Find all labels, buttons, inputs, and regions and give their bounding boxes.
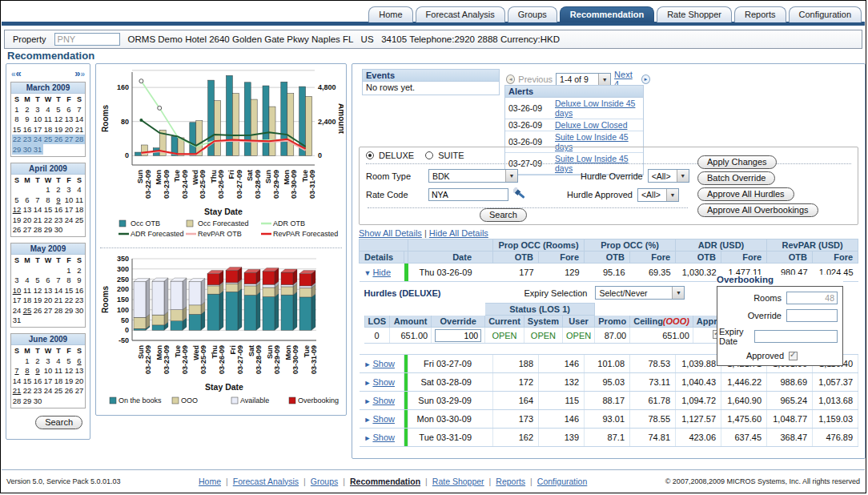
day-cell[interactable]: 16	[74, 285, 85, 296]
day-cell[interactable]: 7	[12, 366, 22, 376]
toggle-details-link[interactable]: Hide	[372, 268, 391, 277]
day-cell[interactable]: 31	[33, 144, 43, 155]
alerts-range-select[interactable]: 1-4 of 9 ▼	[556, 73, 611, 87]
expand-icon[interactable]: ►	[364, 360, 372, 368]
footer-link-rate-shopper[interactable]: Rate Shopper	[432, 477, 484, 486]
day-cell[interactable]: 15	[22, 376, 33, 386]
footer-link-configuration[interactable]: Configuration	[537, 477, 587, 486]
day-cell[interactable]: 24	[12, 305, 22, 316]
day-cell[interactable]: 26	[64, 386, 74, 396]
day-cell[interactable]: 15	[43, 205, 54, 215]
day-cell[interactable]: 2	[33, 356, 43, 366]
day-cell[interactable]: 24	[33, 135, 43, 145]
day-cell[interactable]: 5	[12, 195, 22, 205]
day-cell[interactable]: 18	[74, 205, 85, 215]
overbooking-rooms-input[interactable]	[786, 292, 838, 304]
expand-icon[interactable]: ►	[364, 379, 372, 387]
day-cell[interactable]: 27	[43, 305, 54, 316]
day-cell[interactable]: 16	[33, 376, 43, 386]
day-cell[interactable]: 12	[33, 285, 43, 296]
day-cell[interactable]: 10	[64, 195, 74, 205]
day-cell[interactable]: 14	[74, 115, 85, 125]
day-cell[interactable]: 21	[12, 386, 22, 396]
day-cell[interactable]: 17	[12, 296, 22, 306]
day-cell[interactable]: 10	[33, 115, 43, 125]
toggle-details-link[interactable]: Show	[372, 414, 395, 424]
day-cell[interactable]: 9	[74, 276, 85, 286]
day-cell[interactable]: 19	[33, 296, 43, 306]
day-cell[interactable]: 25	[22, 305, 33, 316]
day-cell[interactable]: 18	[43, 124, 54, 135]
day-cell[interactable]: 23	[54, 215, 64, 225]
day-cell[interactable]: 7	[74, 104, 85, 115]
day-cell[interactable]: 26	[33, 305, 43, 316]
day-cell[interactable]: 4	[22, 276, 33, 286]
day-cell[interactable]: 18	[22, 296, 33, 306]
next-icon[interactable]: ►	[641, 74, 650, 84]
day-cell[interactable]: 19	[64, 376, 74, 386]
tab-forecast-analysis[interactable]: Forecast Analysis	[416, 6, 505, 22]
day-cell[interactable]: 2	[22, 104, 33, 115]
day-cell[interactable]: 5	[33, 276, 43, 286]
room-class-option-suite[interactable]: SUITE	[425, 151, 464, 160]
day-cell[interactable]: 27	[64, 135, 74, 145]
day-cell[interactable]: 22	[12, 135, 22, 145]
day-cell[interactable]: 28	[12, 396, 22, 406]
day-cell[interactable]: 11	[54, 366, 64, 376]
day-cell[interactable]: 23	[33, 386, 43, 396]
day-cell[interactable]: 28	[74, 135, 85, 145]
day-cell[interactable]: 15	[64, 285, 74, 296]
day-cell[interactable]: 13	[64, 115, 74, 125]
tab-configuration[interactable]: Configuration	[789, 6, 862, 22]
day-cell[interactable]: 29	[22, 396, 33, 406]
day-cell[interactable]: 26	[12, 225, 22, 235]
day-cell[interactable]: 13	[43, 285, 54, 296]
day-cell[interactable]: 25	[43, 135, 54, 145]
day-cell[interactable]: 1	[22, 356, 33, 366]
day-cell[interactable]: 7	[33, 195, 43, 205]
footer-link-forecast-analysis[interactable]: Forecast Analysis	[233, 477, 299, 486]
expand-icon[interactable]: ►	[364, 416, 372, 424]
day-cell[interactable]: 30	[33, 396, 43, 406]
alert-link[interactable]: Deluxe Low Closed	[555, 120, 627, 130]
tab-groups[interactable]: Groups	[508, 6, 557, 22]
day-cell[interactable]: 20	[43, 296, 54, 306]
day-cell[interactable]: 11	[74, 195, 85, 205]
day-cell[interactable]: 24	[43, 386, 54, 396]
overbooking-approved-checkbox[interactable]	[789, 352, 798, 360]
day-cell[interactable]: 2	[74, 265, 85, 276]
day-cell[interactable]: 30	[22, 144, 33, 155]
day-cell[interactable]: 3	[43, 356, 54, 366]
footer-link-groups[interactable]: Groups	[311, 477, 338, 486]
day-cell[interactable]: 20	[64, 124, 74, 135]
day-cell[interactable]: 26	[54, 135, 64, 145]
day-cell[interactable]: 3	[33, 104, 43, 115]
day-cell[interactable]: 19	[12, 215, 22, 225]
toggle-details-link[interactable]: Show	[372, 377, 395, 387]
day-cell[interactable]: 29	[12, 144, 22, 155]
day-cell[interactable]: 5	[64, 356, 74, 366]
hurdle-override-select[interactable]: <All> ▼	[648, 169, 689, 183]
hurdle-override-input[interactable]	[435, 329, 481, 342]
recommendation-search-button[interactable]: Search	[480, 208, 527, 222]
day-cell[interactable]: 22	[22, 386, 33, 396]
alert-link[interactable]: Deluxe Low Inside 45 days	[555, 99, 635, 118]
day-cell[interactable]: 23	[22, 135, 33, 145]
room-class-option-deluxe[interactable]: DELUXE	[366, 151, 414, 160]
apply-changes-button[interactable]: Apply Changes	[697, 155, 777, 169]
day-cell[interactable]: 15	[12, 124, 22, 135]
flashlight-icon[interactable]	[513, 187, 528, 202]
overbooking-expiry-input[interactable]	[754, 330, 838, 343]
day-cell[interactable]: 24	[64, 215, 74, 225]
day-cell[interactable]: 14	[33, 205, 43, 215]
day-cell[interactable]: 27	[74, 386, 85, 396]
approve-all-hurdles-button[interactable]: Approve All Hurdles	[697, 187, 794, 201]
tab-reports[interactable]: Reports	[734, 6, 786, 22]
rate-code-input[interactable]	[428, 188, 508, 201]
day-cell[interactable]: 28	[54, 305, 64, 316]
day-cell[interactable]: 30	[74, 305, 85, 316]
day-cell[interactable]: 8	[22, 366, 33, 376]
day-cell[interactable]: 29	[64, 305, 74, 316]
day-cell[interactable]: 9	[33, 366, 43, 376]
day-cell[interactable]: 16	[22, 124, 33, 135]
